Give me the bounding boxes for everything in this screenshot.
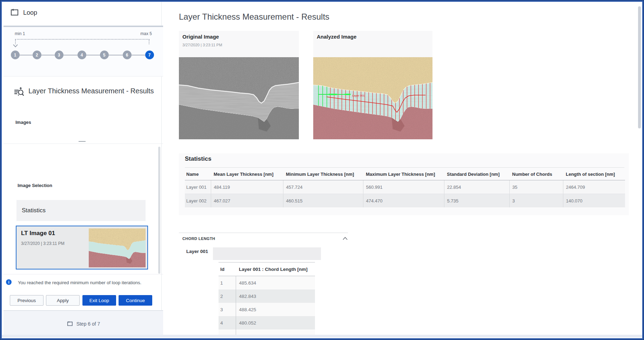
cell-stddev: 5.735 [444,194,509,208]
stepper-range-line [15,39,149,40]
step-6[interactable]: 6 [123,51,132,59]
column-header-id: Id [219,262,236,276]
image-card-timestamp: 3/27/2020 | 3:23:11 PM [21,241,65,246]
statistics-panel: Statistics Name Mean Layer Thickness [nm… [179,153,629,215]
chord-length-table-wrap: Id Layer 001 : Chord Length [nm] 1 485.6… [219,262,315,336]
step-5[interactable]: 5 [100,51,109,59]
loop-stepper: min 1 max 5 1 2 3 4 5 6 7 [4,27,163,76]
sidebar-loop-title: Loop [23,9,37,16]
chord-length-table: Id Layer 001 : Chord Length [nm] 1 485.6… [219,262,315,335]
chord-section-divider [179,233,348,233]
chord-row-3: 3 488.425 [219,303,315,316]
statistics-title: Statistics [185,155,212,162]
chord-row-clipped [219,329,315,335]
cell-chord-length: 485.634 [236,276,315,290]
step-6-number: 6 [126,53,128,58]
image-card-lt-image-01[interactable]: LT Image 01 3/27/2020 | 3:23:11 PM [16,226,148,269]
original-image-timestamp: 3/27/2020 | 3:23:11 PM [182,43,222,47]
chord-row-4: 4 480.052 [219,316,315,329]
chevron-down-icon [13,44,18,48]
cell-id: 3 [219,303,236,316]
cell-maximum: 560.991 [363,180,444,194]
loop-icon [67,321,73,327]
wizard-footer: Step 6 of 7 [4,311,163,336]
column-header-chord-length: Layer 001 : Chord Length [nm] [236,262,315,276]
image-selection-label: Image Selection [18,183,52,188]
cell-chords: 3 [509,194,563,208]
panel-resize-handle[interactable] [79,141,86,142]
cell-stddev: 22.854 [444,180,509,194]
original-image-card-header: Original Image 3/27/2020 | 3:23:11 PM [179,31,299,57]
sidebar-divider [4,76,163,76]
original-sem-image [179,57,299,139]
chord-row-2: 2 482.843 [219,289,315,303]
cell-minimum: 457.724 [283,180,363,194]
column-header-minimum: Minimum Layer Thickness [nm] [283,168,363,180]
column-header-chords: Number of Chords [509,168,563,180]
cell-chord-length: 482.843 [236,289,315,303]
exit-loop-button[interactable]: Exit Loop [82,295,116,306]
main-scrollbar-thumb[interactable] [638,6,641,128]
cell-name: Layer 002 [185,194,211,208]
cell-chord-length: 488.425 [236,303,315,316]
stepper-range-right-drop [149,40,149,44]
table-row-layer-001: Layer 001 484.119 457.724 560.991 22.854… [185,180,625,194]
cell-length: 140.070 [563,194,625,208]
loop-info-message: You reached the required minimum number … [18,280,160,285]
column-header-stddev: Standard Deviation [nm] [444,168,509,180]
cell-maximum: 474.470 [363,194,444,208]
app-window: Loop min 1 max 5 1 2 3 4 5 6 7 [0,0,644,340]
continue-button[interactable]: Continue [119,295,152,306]
chevron-up-icon[interactable] [342,236,348,241]
chord-table-toolbar [213,247,321,260]
step-counter: Step 6 of 7 [76,321,100,327]
cell-length: 2464.709 [563,180,625,194]
window-bottom-strip [2,335,642,338]
step-1-number: 1 [14,53,16,58]
column-header-mean: Mean Layer Thickness [nm] [211,168,283,180]
sidebar-scrollbar-thumb[interactable] [158,147,160,274]
module-title: Layer Thickness Measurement - Results [28,87,154,95]
sidebar-item-statistics[interactable]: Statistics [16,200,146,221]
measurement-results-icon [14,87,25,97]
step-2-number: 2 [36,53,38,58]
step-1[interactable]: 1 [11,51,20,59]
cell-id: 2 [219,289,236,303]
analyzed-sem-image: Layer 001 [313,57,432,139]
chord-length-section-title: CHORD LENGTH [182,236,215,241]
cell-mean: 467.027 [211,194,283,208]
cell-chord-length: 480.052 [236,316,315,329]
step-7-number: 7 [148,53,151,58]
image-card-thumbnail [89,228,146,267]
step-5-number: 5 [103,53,106,58]
chord-row-1: 1 485.634 [219,276,315,290]
previous-button[interactable]: Previous [10,295,43,306]
step-3[interactable]: 3 [55,51,63,59]
stepper-max-label: max 5 [137,31,152,36]
table-row-layer-002: Layer 002 467.027 460.515 474.470 5.735 … [185,194,625,208]
apply-button[interactable]: Apply [46,295,80,306]
step-7-active[interactable]: 7 [145,51,154,59]
stepper-range-left-drop [15,40,16,44]
cell-mean: 484.119 [211,180,283,194]
cell-name: Layer 001 [185,180,211,194]
original-image-title: Original Image [182,34,219,40]
statistics-header-row: Name Mean Layer Thickness [nm] Minimum L… [185,168,625,180]
cell-minimum: 460.515 [283,194,363,208]
cell-id [219,329,236,335]
step-4-number: 4 [81,53,83,58]
statistics-item-label: Statistics [22,207,46,214]
sidebar-divider [4,274,163,274]
step-2[interactable]: 2 [33,51,41,59]
cell-chords: 35 [509,180,563,194]
analyzed-image-card-header: Analyzed Image [313,31,432,57]
sidebar-divider [4,144,163,144]
cell-id: 4 [219,316,236,329]
chord-layer-label: Layer 001 [186,249,208,254]
step-3-number: 3 [58,53,60,58]
cell-chord-length [236,329,315,335]
column-header-maximum: Maximum Layer Thickness [nm] [363,168,444,180]
analyzed-image-title: Analyzed Image [317,34,356,40]
image-card-title: LT Image 01 [21,230,55,237]
step-4[interactable]: 4 [78,51,86,59]
